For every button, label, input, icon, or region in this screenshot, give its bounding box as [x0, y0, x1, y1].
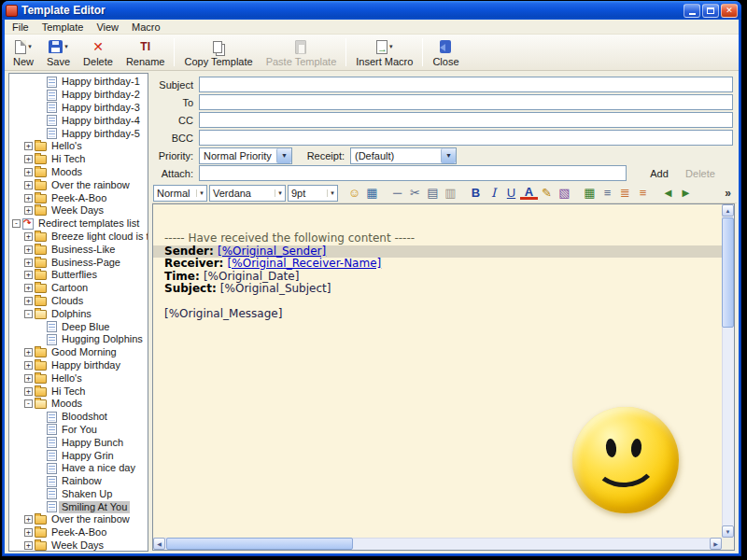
outdent-icon[interactable]: ◄: [659, 185, 677, 201]
tree-item-deep-blue[interactable]: Deep Blue: [9, 320, 148, 333]
tree-item-hugging-dolphins[interactable]: Hugging Dolphins: [9, 333, 148, 346]
tree-item-clouds[interactable]: +Clouds: [9, 295, 148, 308]
macro-link[interactable]: [%Original_Receiver-Name]: [228, 257, 382, 270]
expand-icon[interactable]: +: [24, 245, 33, 254]
expand-icon[interactable]: +: [24, 387, 33, 396]
expand-icon[interactable]: +: [24, 541, 33, 550]
tree-item-have-a-nice-day[interactable]: Have a nice day: [9, 462, 148, 475]
expand-icon[interactable]: +: [24, 297, 33, 305]
cut-icon[interactable]: ✂: [406, 185, 424, 201]
attach-input[interactable]: [199, 165, 627, 181]
paste-icon[interactable]: ▥: [442, 185, 459, 201]
menu-file[interactable]: File: [6, 21, 35, 34]
priority-select[interactable]: Normal Priority ▼: [199, 147, 292, 164]
tree-item-hello-s[interactable]: +Hello's: [9, 140, 148, 153]
align-left-icon[interactable]: ≡: [599, 185, 616, 201]
expand-icon[interactable]: +: [24, 206, 33, 215]
bold-icon[interactable]: B: [467, 185, 485, 201]
collapse-icon[interactable]: -: [24, 399, 33, 408]
dropdown-arrow-icon[interactable]: ▾: [28, 43, 32, 50]
table-icon[interactable]: ▦: [581, 185, 599, 201]
tree-item-happy-birthday-3[interactable]: Happy birthday-3: [9, 102, 148, 115]
scroll-right-icon[interactable]: ▶: [710, 538, 722, 550]
toolbar-rename-button[interactable]: TIRename: [120, 36, 172, 69]
menu-template[interactable]: Template: [35, 21, 91, 34]
tree-item-bloodshot[interactable]: Bloodshot: [9, 411, 148, 424]
tree-item-business-like[interactable]: +Business-Like: [9, 243, 148, 256]
tree-item-happy-birthday-5[interactable]: Happy birthday-5: [9, 127, 148, 140]
expand-icon[interactable]: +: [24, 348, 33, 357]
smiley-icon[interactable]: ☺: [345, 185, 363, 201]
toolbar-close-button[interactable]: Close: [426, 36, 465, 69]
expand-icon[interactable]: +: [24, 271, 33, 279]
copy-icon[interactable]: ▤: [424, 185, 442, 201]
underline-icon[interactable]: U: [502, 185, 520, 201]
font-family-select[interactable]: Verdana ▾: [209, 185, 286, 202]
minimize-button[interactable]: [684, 4, 700, 18]
horizontal-rule-icon[interactable]: ─: [388, 185, 406, 201]
tree-item-peek-a-boo[interactable]: +Peek-A-Boo: [9, 526, 148, 539]
vertical-scroll-thumb[interactable]: [722, 217, 734, 328]
collapse-icon[interactable]: -: [24, 310, 33, 318]
numbered-list-icon[interactable]: ≣: [616, 185, 634, 201]
tree-item-happy-grin[interactable]: Happy Grin: [9, 449, 148, 462]
editor-vertical-scrollbar[interactable]: ▲ ▼: [722, 204, 734, 538]
cc-input[interactable]: [199, 112, 733, 128]
expand-icon[interactable]: +: [24, 374, 33, 383]
bullet-list-icon[interactable]: ≡: [634, 185, 652, 201]
tree-item-happy-bunch[interactable]: Happy Bunch: [9, 436, 148, 449]
expand-icon[interactable]: +: [24, 284, 33, 292]
tree-item-happy-birthday-2[interactable]: Happy birthday-2: [9, 89, 148, 102]
tree-item-shaken-up[interactable]: Shaken Up: [9, 488, 148, 501]
expand-icon[interactable]: +: [24, 515, 33, 524]
toolbar-delete-button[interactable]: ✕Delete: [77, 36, 120, 69]
tree-item-cartoon[interactable]: +Cartoon: [9, 282, 148, 295]
toolbar-insert-macro-button[interactable]: ▾Insert Macro: [349, 36, 419, 69]
template-tree[interactable]: Happy birthday-1Happy birthday-2Happy bi…: [8, 73, 148, 552]
indent-icon[interactable]: ►: [677, 185, 695, 201]
tree-item-week-days[interactable]: +Week Days: [9, 539, 148, 552]
tree-item-redirect-templates-list[interactable]: -Redirect templates list: [9, 217, 148, 231]
expand-icon[interactable]: +: [24, 194, 33, 203]
tree-item-breeze-light-cloud-is-thin[interactable]: +Breeze light cloud is thin: [9, 231, 148, 244]
expand-icon[interactable]: +: [24, 168, 33, 176]
tree-item-moods[interactable]: -Moods: [9, 398, 148, 411]
expand-icon[interactable]: +: [24, 528, 33, 537]
tree-item-peek-a-boo[interactable]: +Peek-A-Boo: [9, 191, 148, 204]
subject-input[interactable]: [199, 77, 733, 92]
tree-item-moods[interactable]: +Moods: [9, 166, 148, 179]
tree-item-for-you[interactable]: For You: [9, 424, 148, 437]
insert-image-icon[interactable]: ▦: [363, 185, 381, 201]
to-input[interactable]: [199, 94, 733, 110]
tree-item-good-morning[interactable]: +Good Morning: [9, 346, 148, 359]
tree-item-happy-birthday-1[interactable]: Happy birthday-1: [9, 76, 148, 89]
toolbar-new-button[interactable]: ▾New: [7, 36, 40, 69]
tree-item-rainbow[interactable]: Rainbow: [9, 475, 148, 488]
paragraph-style-select[interactable]: Normal ▾: [153, 185, 207, 202]
tree-item-butterflies[interactable]: +Butterflies: [9, 269, 148, 282]
tree-item-happy-birthday[interactable]: +Happy birthday: [9, 359, 148, 372]
toolbar-save-button[interactable]: ▾Save: [40, 36, 77, 69]
scroll-up-icon[interactable]: ▲: [722, 204, 734, 217]
pencil-icon[interactable]: ✎: [538, 185, 556, 201]
font-size-select[interactable]: 9pt ▾: [288, 185, 338, 202]
tree-item-over-the-rainbow[interactable]: +Over the rainbow: [9, 178, 148, 191]
attach-add-button[interactable]: Add: [640, 168, 679, 179]
titlebar[interactable]: Template Editor ✕: [2, 1, 741, 20]
macro-link[interactable]: [%Original_Sender]: [218, 245, 326, 258]
italic-icon[interactable]: I: [485, 185, 502, 201]
expand-icon[interactable]: +: [24, 181, 33, 189]
tree-item-dolphins[interactable]: -Dolphins: [9, 307, 148, 320]
expand-icon[interactable]: +: [24, 155, 33, 163]
close-button[interactable]: ✕: [721, 4, 738, 18]
maximize-button[interactable]: [702, 4, 719, 18]
expand-icon[interactable]: +: [24, 232, 33, 241]
editor-horizontal-scrollbar[interactable]: ◀ ▶: [153, 538, 722, 550]
tree-item-smiling-at-you[interactable]: Smiling At You: [9, 500, 148, 513]
font-color-icon[interactable]: A: [520, 187, 538, 200]
toolbar-overflow-chevron[interactable]: »: [722, 187, 734, 200]
tree-item-business-page[interactable]: +Business-Page: [9, 256, 148, 269]
horizontal-scroll-thumb[interactable]: [166, 538, 353, 550]
tree-item-hi-tech[interactable]: +Hi Tech: [9, 153, 148, 166]
expand-icon[interactable]: +: [24, 361, 33, 370]
